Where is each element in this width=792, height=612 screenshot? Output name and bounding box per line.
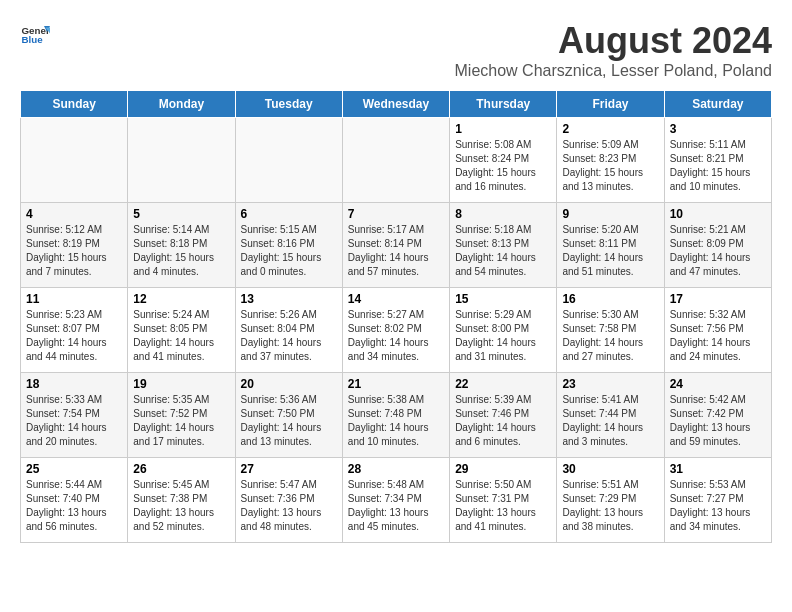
day-number: 1 — [455, 122, 551, 136]
page-header: General Blue August 2024 Miechow Charszn… — [20, 20, 772, 80]
subtitle: Miechow Charsznica, Lesser Poland, Polan… — [455, 62, 773, 80]
day-number: 14 — [348, 292, 444, 306]
calendar-cell: 20Sunrise: 5:36 AM Sunset: 7:50 PM Dayli… — [235, 373, 342, 458]
title-area: August 2024 Miechow Charsznica, Lesser P… — [455, 20, 773, 80]
calendar-cell: 8Sunrise: 5:18 AM Sunset: 8:13 PM Daylig… — [450, 203, 557, 288]
day-number: 17 — [670, 292, 766, 306]
day-info: Sunrise: 5:45 AM Sunset: 7:38 PM Dayligh… — [133, 478, 229, 534]
day-info: Sunrise: 5:50 AM Sunset: 7:31 PM Dayligh… — [455, 478, 551, 534]
day-number: 19 — [133, 377, 229, 391]
day-number: 21 — [348, 377, 444, 391]
calendar-cell: 5Sunrise: 5:14 AM Sunset: 8:18 PM Daylig… — [128, 203, 235, 288]
day-info: Sunrise: 5:18 AM Sunset: 8:13 PM Dayligh… — [455, 223, 551, 279]
day-info: Sunrise: 5:24 AM Sunset: 8:05 PM Dayligh… — [133, 308, 229, 364]
day-info: Sunrise: 5:32 AM Sunset: 7:56 PM Dayligh… — [670, 308, 766, 364]
day-info: Sunrise: 5:39 AM Sunset: 7:46 PM Dayligh… — [455, 393, 551, 449]
header-tuesday: Tuesday — [235, 91, 342, 118]
calendar-cell: 9Sunrise: 5:20 AM Sunset: 8:11 PM Daylig… — [557, 203, 664, 288]
calendar-cell — [128, 118, 235, 203]
header-sunday: Sunday — [21, 91, 128, 118]
day-info: Sunrise: 5:08 AM Sunset: 8:24 PM Dayligh… — [455, 138, 551, 194]
day-info: Sunrise: 5:44 AM Sunset: 7:40 PM Dayligh… — [26, 478, 122, 534]
calendar-cell: 2Sunrise: 5:09 AM Sunset: 8:23 PM Daylig… — [557, 118, 664, 203]
day-number: 8 — [455, 207, 551, 221]
calendar-cell: 16Sunrise: 5:30 AM Sunset: 7:58 PM Dayli… — [557, 288, 664, 373]
day-number: 5 — [133, 207, 229, 221]
day-info: Sunrise: 5:15 AM Sunset: 8:16 PM Dayligh… — [241, 223, 337, 279]
calendar-cell: 22Sunrise: 5:39 AM Sunset: 7:46 PM Dayli… — [450, 373, 557, 458]
calendar-cell: 25Sunrise: 5:44 AM Sunset: 7:40 PM Dayli… — [21, 458, 128, 543]
day-number: 23 — [562, 377, 658, 391]
day-number: 28 — [348, 462, 444, 476]
day-number: 10 — [670, 207, 766, 221]
day-info: Sunrise: 5:26 AM Sunset: 8:04 PM Dayligh… — [241, 308, 337, 364]
day-info: Sunrise: 5:17 AM Sunset: 8:14 PM Dayligh… — [348, 223, 444, 279]
calendar-cell: 21Sunrise: 5:38 AM Sunset: 7:48 PM Dayli… — [342, 373, 449, 458]
calendar-cell: 27Sunrise: 5:47 AM Sunset: 7:36 PM Dayli… — [235, 458, 342, 543]
day-number: 4 — [26, 207, 122, 221]
week-row-4: 18Sunrise: 5:33 AM Sunset: 7:54 PM Dayli… — [21, 373, 772, 458]
week-row-1: 1Sunrise: 5:08 AM Sunset: 8:24 PM Daylig… — [21, 118, 772, 203]
calendar-cell: 4Sunrise: 5:12 AM Sunset: 8:19 PM Daylig… — [21, 203, 128, 288]
day-info: Sunrise: 5:33 AM Sunset: 7:54 PM Dayligh… — [26, 393, 122, 449]
day-info: Sunrise: 5:47 AM Sunset: 7:36 PM Dayligh… — [241, 478, 337, 534]
day-info: Sunrise: 5:53 AM Sunset: 7:27 PM Dayligh… — [670, 478, 766, 534]
calendar-cell: 11Sunrise: 5:23 AM Sunset: 8:07 PM Dayli… — [21, 288, 128, 373]
header-saturday: Saturday — [664, 91, 771, 118]
day-number: 26 — [133, 462, 229, 476]
calendar-cell: 12Sunrise: 5:24 AM Sunset: 8:05 PM Dayli… — [128, 288, 235, 373]
day-number: 11 — [26, 292, 122, 306]
day-info: Sunrise: 5:09 AM Sunset: 8:23 PM Dayligh… — [562, 138, 658, 194]
calendar-cell: 10Sunrise: 5:21 AM Sunset: 8:09 PM Dayli… — [664, 203, 771, 288]
calendar-header-row: SundayMondayTuesdayWednesdayThursdayFrid… — [21, 91, 772, 118]
calendar-cell: 18Sunrise: 5:33 AM Sunset: 7:54 PM Dayli… — [21, 373, 128, 458]
day-info: Sunrise: 5:14 AM Sunset: 8:18 PM Dayligh… — [133, 223, 229, 279]
calendar-cell: 15Sunrise: 5:29 AM Sunset: 8:00 PM Dayli… — [450, 288, 557, 373]
calendar-cell: 30Sunrise: 5:51 AM Sunset: 7:29 PM Dayli… — [557, 458, 664, 543]
day-info: Sunrise: 5:29 AM Sunset: 8:00 PM Dayligh… — [455, 308, 551, 364]
day-info: Sunrise: 5:38 AM Sunset: 7:48 PM Dayligh… — [348, 393, 444, 449]
day-number: 9 — [562, 207, 658, 221]
main-title: August 2024 — [455, 20, 773, 62]
calendar-cell: 28Sunrise: 5:48 AM Sunset: 7:34 PM Dayli… — [342, 458, 449, 543]
day-number: 13 — [241, 292, 337, 306]
day-info: Sunrise: 5:11 AM Sunset: 8:21 PM Dayligh… — [670, 138, 766, 194]
day-info: Sunrise: 5:21 AM Sunset: 8:09 PM Dayligh… — [670, 223, 766, 279]
header-wednesday: Wednesday — [342, 91, 449, 118]
week-row-5: 25Sunrise: 5:44 AM Sunset: 7:40 PM Dayli… — [21, 458, 772, 543]
day-number: 7 — [348, 207, 444, 221]
day-info: Sunrise: 5:20 AM Sunset: 8:11 PM Dayligh… — [562, 223, 658, 279]
calendar-cell: 31Sunrise: 5:53 AM Sunset: 7:27 PM Dayli… — [664, 458, 771, 543]
day-number: 27 — [241, 462, 337, 476]
calendar-cell: 1Sunrise: 5:08 AM Sunset: 8:24 PM Daylig… — [450, 118, 557, 203]
calendar-cell: 19Sunrise: 5:35 AM Sunset: 7:52 PM Dayli… — [128, 373, 235, 458]
calendar-table: SundayMondayTuesdayWednesdayThursdayFrid… — [20, 90, 772, 543]
calendar-cell: 7Sunrise: 5:17 AM Sunset: 8:14 PM Daylig… — [342, 203, 449, 288]
calendar-cell: 24Sunrise: 5:42 AM Sunset: 7:42 PM Dayli… — [664, 373, 771, 458]
header-thursday: Thursday — [450, 91, 557, 118]
day-number: 22 — [455, 377, 551, 391]
day-info: Sunrise: 5:30 AM Sunset: 7:58 PM Dayligh… — [562, 308, 658, 364]
day-number: 25 — [26, 462, 122, 476]
day-number: 2 — [562, 122, 658, 136]
day-number: 30 — [562, 462, 658, 476]
calendar-cell: 3Sunrise: 5:11 AM Sunset: 8:21 PM Daylig… — [664, 118, 771, 203]
day-number: 15 — [455, 292, 551, 306]
calendar-cell — [235, 118, 342, 203]
calendar-cell — [21, 118, 128, 203]
logo-icon: General Blue — [20, 20, 50, 50]
day-number: 29 — [455, 462, 551, 476]
calendar-cell: 17Sunrise: 5:32 AM Sunset: 7:56 PM Dayli… — [664, 288, 771, 373]
day-info: Sunrise: 5:48 AM Sunset: 7:34 PM Dayligh… — [348, 478, 444, 534]
calendar-cell: 14Sunrise: 5:27 AM Sunset: 8:02 PM Dayli… — [342, 288, 449, 373]
svg-text:Blue: Blue — [22, 34, 44, 45]
day-info: Sunrise: 5:27 AM Sunset: 8:02 PM Dayligh… — [348, 308, 444, 364]
logo: General Blue — [20, 20, 50, 50]
day-info: Sunrise: 5:23 AM Sunset: 8:07 PM Dayligh… — [26, 308, 122, 364]
day-number: 24 — [670, 377, 766, 391]
week-row-2: 4Sunrise: 5:12 AM Sunset: 8:19 PM Daylig… — [21, 203, 772, 288]
day-info: Sunrise: 5:12 AM Sunset: 8:19 PM Dayligh… — [26, 223, 122, 279]
day-number: 20 — [241, 377, 337, 391]
day-number: 6 — [241, 207, 337, 221]
calendar-cell — [342, 118, 449, 203]
